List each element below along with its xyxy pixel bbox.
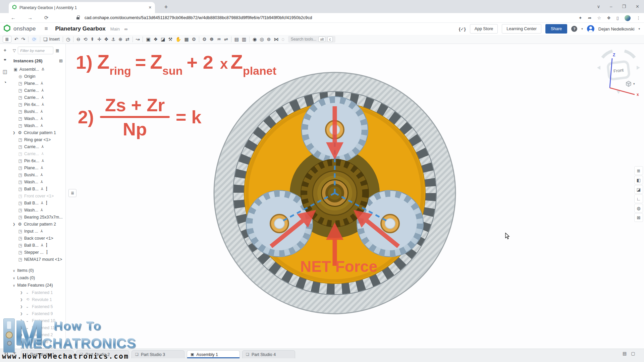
animate-button[interactable]: ◉ (253, 37, 257, 42)
expand-chevron-icon[interactable]: ❯ (20, 340, 26, 344)
hide-show-button[interactable]: ⊠ (634, 213, 643, 222)
help-button[interactable]: ? (571, 26, 577, 32)
mate-feature-item[interactable]: ❯◒Fastened 10 (10, 317, 65, 324)
tree-item[interactable]: ◳Carrie...⅄ (10, 94, 65, 101)
tree-item[interactable]: ▣Assembl...⚓ (10, 66, 65, 73)
in-context-button[interactable]: ✋ (175, 37, 181, 42)
measure-button[interactable]: ∟ (634, 194, 643, 203)
tree-item[interactable]: ◳Ring gear <1> (10, 136, 65, 143)
password-key-icon[interactable]: ✦ (579, 15, 582, 20)
collapse-chevron-icon[interactable]: ∨ (13, 269, 15, 273)
mate-feature-item[interactable]: ❯◒Fastened 2 (10, 331, 65, 338)
search-tools[interactable]: Search tools... alt c (288, 36, 335, 43)
tree-item[interactable]: ◳Stepper ...┇ (10, 249, 65, 256)
link-icon[interactable]: ∞ (124, 26, 127, 32)
mate-feature-item[interactable]: ❯⟲Revolute 2 (10, 338, 65, 345)
history-button[interactable]: ◷ (66, 37, 70, 42)
fullscreen-icon[interactable]: ▢ (631, 351, 635, 356)
element-tab-part-studio-3[interactable]: ❏Part Studio 3 (131, 350, 184, 358)
tree-item[interactable]: ◳Bearing 25x37x7m... (10, 214, 65, 221)
document-menu-icon[interactable]: ≡ (45, 25, 48, 32)
collapse-chevron-icon[interactable]: ∨ (13, 284, 15, 287)
tree-item[interactable]: ◳Carrie...⅄ (10, 143, 65, 150)
tree-item[interactable]: ◳Ball B...⅄┇ (10, 242, 65, 249)
mate-feature-item[interactable]: ❯◒Fastened 5 (10, 303, 65, 310)
section-header[interactable]: ∨Items (0) (10, 267, 65, 274)
parts-help-button[interactable]: ◫ (3, 69, 7, 75)
snap-mode-button[interactable]: ⊕ (118, 37, 122, 42)
section-view-button[interactable]: ◪ (161, 37, 165, 42)
user-name[interactable]: Dejan Nedelkovski (598, 26, 635, 32)
comment-button[interactable]: ❞ (4, 58, 6, 64)
exploded-view-button[interactable]: ❖ (154, 37, 158, 42)
filter-icon[interactable]: ▽ (13, 48, 16, 53)
new-tab-button[interactable]: + (162, 3, 170, 11)
appearance-button[interactable]: ◍ (634, 204, 643, 213)
minimize-icon[interactable]: – (610, 4, 612, 9)
mate-button[interactable]: ⊖ (76, 37, 80, 42)
print-icon[interactable]: ▤ (623, 351, 627, 356)
section-header[interactable]: ∨Loads (0) (10, 274, 65, 282)
side-panel-icon[interactable]: ▯ (616, 15, 619, 20)
section-header[interactable]: ∨Mate Features (24) (10, 282, 65, 289)
screw-relation-button[interactable]: ⇌ (224, 37, 228, 42)
tree-item[interactable]: ◳Carrie...⅄ (10, 87, 65, 94)
tree-item[interactable]: ◳Ball B...⅄┇ (10, 185, 65, 192)
onshape-logo-icon[interactable] (3, 24, 11, 33)
app-store-button[interactable]: App Store (470, 24, 498, 34)
assembly-structure-button[interactable]: ≣ (3, 36, 11, 43)
view-cube[interactable]: Front Z x (593, 46, 644, 97)
mate-feature-item[interactable]: ❯◒Fastened 11 (10, 324, 65, 331)
tree-item[interactable]: ◳Plane...⅄ (10, 164, 65, 171)
timer-button[interactable]: ◔ (3, 79, 6, 85)
expand-chevron-icon[interactable]: ❯ (20, 326, 26, 329)
undo-button[interactable]: ↶ (14, 37, 18, 42)
mate-feature-item[interactable]: ❯⟲Revolute 1 (10, 296, 65, 303)
help-caret-icon[interactable]: ▾ (581, 27, 583, 31)
tree-item[interactable]: ◳Bushi...⅄ (10, 171, 65, 178)
planar-mate-button[interactable]: ✛ (97, 37, 101, 42)
add-instance-icon[interactable]: ⊞ (59, 58, 63, 63)
tab-close-icon[interactable]: ✕ (149, 5, 152, 10)
expand-chevron-icon[interactable]: ❯ (20, 333, 26, 337)
filter-input[interactable] (18, 47, 53, 54)
back-icon[interactable]: ← (11, 15, 16, 20)
tree-item[interactable]: ◳Input ...⅄ (10, 228, 65, 235)
expand-chevron-icon[interactable]: ❯ (20, 291, 26, 294)
tree-item[interactable]: ◳Wash...⅄ (10, 178, 65, 185)
rotate-animation-button[interactable]: ◎ (260, 37, 264, 42)
add-element-button[interactable]: + (13, 350, 16, 357)
bookmark-star-icon[interactable]: ☆ (597, 15, 601, 20)
reload-icon[interactable]: ⟳ (44, 15, 49, 21)
tree-item[interactable]: ◳Pin 6x...⅄ (10, 101, 65, 108)
browser-profile-avatar[interactable] (625, 15, 631, 21)
tree-item[interactable]: ◎Origin (10, 73, 65, 80)
tree-item[interactable]: ◳Back cover <1> (10, 235, 65, 242)
expand-chevron-icon[interactable]: ❯ (20, 319, 26, 322)
tree-item[interactable]: ❯❂Circular pattern 1 (10, 129, 65, 136)
mate-feature-item[interactable]: ❯◒Fastened 4 (10, 345, 65, 349)
panel-structure-toggle[interactable]: ≣ (68, 189, 76, 197)
view-settings-button[interactable]: ◧ (634, 176, 643, 184)
tree-item[interactable]: ❯❂Circular pattern 2 (10, 221, 65, 228)
user-caret-icon[interactable]: ▾ (638, 27, 640, 31)
tab-search-icon[interactable]: ∨ (597, 4, 600, 9)
pattern-button[interactable]: ▦ (184, 37, 189, 42)
expand-chevron-icon[interactable]: ❯ (13, 131, 17, 134)
rack-pinion-button[interactable]: ☸ (210, 37, 214, 42)
tree-item[interactable]: ◳NEMA17 mount <1> (10, 256, 65, 263)
tree-item[interactable]: ◳Plane...⅄ (10, 80, 65, 87)
tree-item[interactable]: ◳Wash...⅄ (10, 115, 65, 122)
tree-item[interactable]: ◳Wash...⅄ (10, 206, 65, 214)
forward-icon[interactable]: → (28, 15, 33, 20)
insert-part-button[interactable]: ⚒ (168, 37, 172, 42)
planetary-gearbox-model[interactable] (66, 44, 644, 349)
expand-chevron-icon[interactable]: ❯ (20, 312, 26, 315)
element-tab-assembly-1[interactable]: ▣Assembly 1 (187, 350, 240, 358)
expand-chevron-icon[interactable]: ❯ (20, 305, 26, 308)
tree-item[interactable]: ◳Pin 6x...⅄ (10, 157, 65, 164)
element-tab-part-studio-4[interactable]: ❏Part Studio 4 (242, 350, 295, 358)
learning-center-button[interactable]: Learning Center (502, 24, 541, 34)
feature-list-button[interactable]: ≣ (634, 166, 643, 175)
path-button[interactable]: ↝ (136, 37, 140, 42)
